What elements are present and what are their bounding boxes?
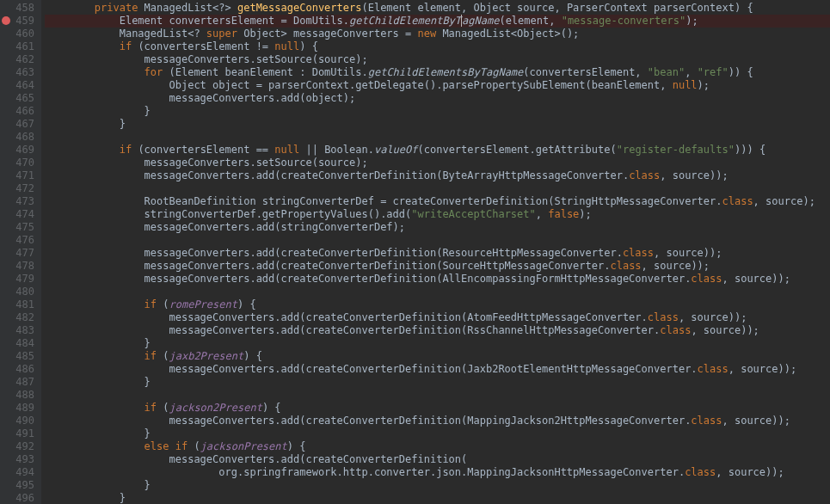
- code-line[interactable]: }: [45, 479, 830, 492]
- code-line[interactable]: if (jaxb2Present) {: [45, 350, 830, 363]
- code-line[interactable]: }: [45, 337, 830, 350]
- code-line[interactable]: private ManagedList<?> getMessageConvert…: [45, 2, 830, 15]
- breakpoint-icon[interactable]: [2, 16, 10, 25]
- code-line[interactable]: org.springframework.http.converter.json.…: [45, 466, 830, 479]
- code-line[interactable]: if (convertersElement == null || Boolean…: [45, 144, 830, 157]
- code-line[interactable]: ManagedList<? super Object> messageConve…: [45, 28, 830, 40]
- code-line[interactable]: if (convertersElement != null) {: [45, 40, 830, 53]
- code-line[interactable]: RootBeanDefinition stringConverterDef = …: [45, 195, 830, 208]
- code-line[interactable]: }: [45, 427, 830, 440]
- code-line[interactable]: stringConverterDef.getPropertyValues().a…: [45, 208, 830, 221]
- code-line[interactable]: for (Element beanElement : DomUtils.getC…: [45, 66, 830, 79]
- code-line[interactable]: messageConverters.add(createConverterDef…: [45, 415, 830, 427]
- code-line[interactable]: messageConverters.add(createConverterDef…: [45, 169, 830, 182]
- code-line[interactable]: messageConverters.add(createConverterDef…: [45, 453, 830, 466]
- code-area[interactable]: private ManagedList<?> getMessageConvert…: [41, 0, 830, 504]
- code-line[interactable]: messageConverters.add(stringConverterDef…: [45, 221, 830, 234]
- code-line[interactable]: }: [45, 105, 830, 118]
- code-line[interactable]: }: [45, 376, 830, 389]
- code-line[interactable]: [45, 234, 830, 247]
- code-line[interactable]: [45, 131, 830, 144]
- code-line[interactable]: [45, 182, 830, 195]
- code-line[interactable]: messageConverters.add(createConverterDef…: [45, 324, 830, 337]
- code-line[interactable]: else if (jacksonPresent) {: [45, 440, 830, 453]
- code-line[interactable]: messageConverters.add(createConverterDef…: [45, 311, 830, 324]
- code-line[interactable]: if (jackson2Present) {: [45, 402, 830, 415]
- line-gutter[interactable]: 4584594604614624634644654664674684694704…: [0, 0, 41, 504]
- code-line[interactable]: [45, 389, 830, 402]
- code-line[interactable]: if (romePresent) {: [45, 298, 830, 311]
- code-line[interactable]: messageConverters.add(createConverterDef…: [45, 273, 830, 286]
- code-line[interactable]: Object object = parserContext.getDelegat…: [45, 79, 830, 92]
- code-line[interactable]: }: [45, 492, 830, 504]
- code-line[interactable]: messageConverters.setSource(source);: [45, 53, 830, 66]
- breakpoint-column[interactable]: [0, 0, 12, 504]
- code-line[interactable]: messageConverters.add(createConverterDef…: [45, 363, 830, 376]
- code-line[interactable]: [45, 286, 830, 298]
- code-line[interactable]: messageConverters.add(object);: [45, 92, 830, 105]
- code-line[interactable]: messageConverters.setSource(source);: [45, 157, 830, 169]
- code-editor[interactable]: 4584594604614624634644654664674684694704…: [0, 0, 830, 504]
- code-line[interactable]: messageConverters.add(createConverterDef…: [45, 247, 830, 260]
- code-line[interactable]: Element convertersElement = DomUtils.get…: [45, 15, 830, 28]
- code-line[interactable]: messageConverters.add(createConverterDef…: [45, 260, 830, 273]
- code-line[interactable]: }: [45, 118, 830, 131]
